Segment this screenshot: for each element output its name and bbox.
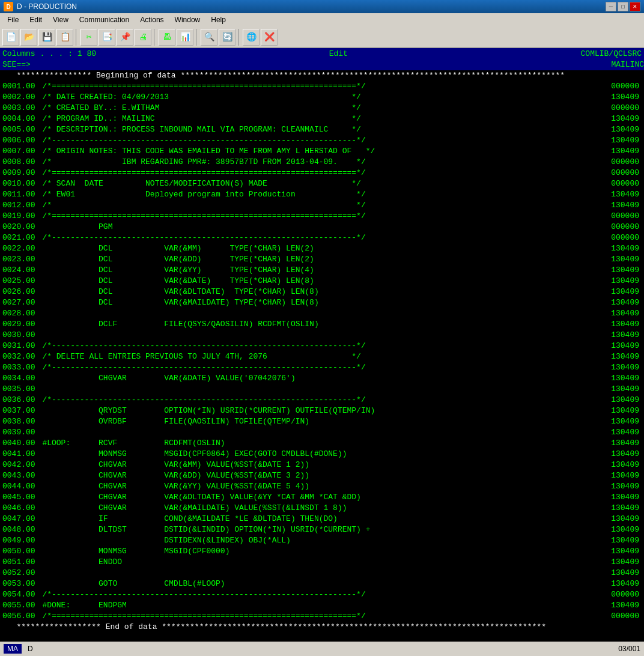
menu-actions[interactable]: Actions	[135, 14, 168, 25]
table-row: 0038.00 OVRDBF FILE(QAOSILIN) TOFILE(QTE…	[2, 416, 642, 427]
title-bar-left: D D - PRODUCTION	[4, 2, 77, 11]
table-row: 0048.00 DLTDST DSTID(&LINDID) OPTION(*IN…	[2, 524, 642, 535]
table-row: 0053.00 GOTO CMDLBL(#LOOP)130409	[2, 579, 642, 589]
table-row: 0005.00 /* DESCRIPTION.: PROCESS INBOUND…	[2, 124, 642, 135]
table-row: 0004.00 /* PROGRAM ID..: MAILINC */13040…	[2, 114, 642, 124]
table-row: 0023.00 DCL VAR(&DD) TYPE(*CHAR) LEN(2)1…	[2, 254, 642, 265]
menu-help[interactable]: Help	[206, 14, 231, 25]
toolbar-sep1	[76, 29, 78, 46]
end-of-data: ****************** End of data *********…	[2, 622, 642, 633]
toolbar-btn3[interactable]: 🖨	[135, 29, 151, 46]
menu-window[interactable]: Window	[170, 14, 205, 25]
copy-button[interactable]: 📑	[99, 29, 115, 46]
table-row: 0021.00 /*------------------------------…	[2, 232, 642, 243]
table-row: 0034.00 CHGVAR VAR(&DATE) VALUE('0704207…	[2, 373, 642, 384]
find-button[interactable]: 🔍	[201, 29, 217, 46]
table-row: 0003.00 /* CREATED BY..: E.WITHAM */0000…	[2, 103, 642, 114]
toolbar-btn5[interactable]: 🔄	[219, 29, 235, 46]
menu-file[interactable]: File	[2, 14, 23, 25]
status-filename: D	[28, 645, 33, 653]
table-row: 0041.00 MONMSG MSGID(CPF0864) EXEC(GOTO …	[2, 449, 642, 460]
table-row: 0029.00 DCLF FILE(QSYS/QAOSILIN) RCDFMT(…	[2, 319, 642, 330]
table-row: 0011.00 /* EW01 Deployed program into Pr…	[2, 189, 642, 200]
table-row: 0027.00 DCL VAR(&MAILDATE) TYPE(*CHAR) L…	[2, 297, 642, 308]
code-area[interactable]: **************** Beginning of data *****…	[0, 70, 644, 642]
table-row: 0010.00 /* SCAN DATE NOTES/MODIFICATION(…	[2, 178, 642, 189]
see-arrow: SEE==>	[2, 59, 31, 70]
table-row: 0019.00 /*==============================…	[2, 211, 642, 222]
table-row: 0055.00 #DONE: ENDPGM130409	[2, 600, 642, 611]
window-frame: D D - PRODUCTION ─ □ ✕ File Edit View Co…	[0, 0, 644, 656]
lib-path: COMLIB/QCLSRC	[581, 49, 642, 58]
table-row: 0020.00 PGM000000	[2, 222, 642, 232]
table-row: 0052.00130409	[2, 568, 642, 579]
window-title: D - PRODUCTION	[17, 2, 77, 11]
table-row: 0043.00 CHGVAR VAR(&DD) VALUE(%SST(&DATE…	[2, 470, 642, 481]
table-row: 0006.00 /*------------------------------…	[2, 135, 642, 146]
table-row: 0032.00 /* DELETE ALL ENTRIES PREVIOUS T…	[2, 351, 642, 362]
table-row: 0037.00 QRYDST OPTION(*IN) USRID(*CURREN…	[2, 405, 642, 416]
minimize-button[interactable]: ─	[606, 2, 616, 11]
table-row: 0035.00130409	[2, 384, 642, 395]
table-row: 0030.00130409	[2, 330, 642, 341]
title-bar: D D - PRODUCTION ─ □ ✕	[0, 0, 644, 13]
table-row: 0046.00 CHGVAR VAR(&MAILDATE) VALUE(%SST…	[2, 503, 642, 514]
clear-button[interactable]: ❌	[261, 29, 278, 46]
table-row: 0039.00130409	[2, 427, 642, 438]
table-row: 0031.00 /*------------------------------…	[2, 341, 642, 351]
table-row: 0045.00 CHGVAR VAR(&DLTDATE) VALUE(&YY *…	[2, 492, 642, 503]
table-row: 0056.00 /*==============================…	[2, 611, 642, 622]
mode-indicator: MA	[4, 644, 22, 654]
table-row: 0044.00 CHGVAR VAR(&YY) VALUE(%SST(&DATE…	[2, 481, 642, 492]
table-row: 0042.00 CHGVAR VAR(&MM) VALUE(%SST(&DATE…	[2, 460, 642, 470]
close-button[interactable]: ✕	[630, 2, 640, 11]
table-row: 0054.00 /*------------------------------…	[2, 589, 642, 600]
table-row: 0008.00 /* IBM REGARDING PMR#: 38957B7TD…	[2, 157, 642, 168]
table-row: 0028.00130409	[2, 308, 642, 319]
table-row: 0002.00 /* DATE CREATED: 04/09/2013 */13…	[2, 92, 642, 103]
table-row: 0051.00 ENDDO130409	[2, 557, 642, 568]
refresh-button[interactable]: 🌐	[243, 29, 260, 46]
menu-edit[interactable]: Edit	[25, 14, 47, 25]
table-row: 0026.00 DCL VAR(&DLTDATE) TYPE(*CHAR) LE…	[2, 287, 642, 297]
file-name: MAILINC	[611, 59, 644, 70]
table-row: 0007.00 /* ORIGIN NOTES: THIS CODE WAS E…	[2, 146, 642, 157]
table-row: 0050.00 MONMSG MSGID(CPF0000)130409	[2, 546, 642, 557]
toolbar-sep3	[196, 29, 198, 46]
status-position: 03/001	[618, 645, 640, 653]
beginning-of-data: **************** Beginning of data *****…	[2, 70, 642, 81]
status-bar: MA D 03/001	[0, 642, 644, 656]
table-row: 0033.00 /*------------------------------…	[2, 362, 642, 373]
paste-button[interactable]: 📌	[117, 29, 133, 46]
title-bar-controls: ─ □ ✕	[606, 2, 640, 11]
table-row: 0025.00 DCL VAR(&DATE) TYPE(*CHAR) LEN(8…	[2, 276, 642, 287]
print-button[interactable]: 🖶	[159, 29, 175, 46]
table-row: 0040.00 #LOOP: RCVF RCDFMT(OSLIN)130409	[2, 438, 642, 449]
table-row: 0009.00 /*==============================…	[2, 168, 642, 178]
status-left: MA D	[4, 644, 33, 654]
toolbar-sep2	[154, 29, 156, 46]
toolbar: 📄 📂 💾 📋 ✂ 📑 📌 🖨 🖶 📊 🔍 🔄 🌐 ❌	[0, 26, 644, 48]
edit-mode: Edit	[329, 49, 348, 58]
menu-bar: File Edit View Communication Actions Win…	[0, 13, 644, 26]
maximize-button[interactable]: □	[618, 2, 628, 11]
menu-view[interactable]: View	[48, 14, 73, 25]
toolbar-sep4	[238, 29, 240, 46]
new-button[interactable]: 📄	[2, 29, 19, 46]
table-row: 0049.00 DSTIDEXN(&LINDEX) OBJ(*ALL)13040…	[2, 535, 642, 546]
columns-info: Columns . . . : 1 80	[2, 49, 96, 58]
table-row: 0036.00 /*------------------------------…	[2, 395, 642, 405]
toolbar-btn2[interactable]: 📋	[56, 29, 73, 46]
toolbar-btn4[interactable]: 📊	[177, 29, 193, 46]
app-icon: D	[4, 2, 13, 11]
save-button[interactable]: 💾	[38, 29, 55, 46]
open-button[interactable]: 📂	[20, 29, 37, 46]
table-row: 0024.00 DCL VAR(&YY) TYPE(*CHAR) LEN(4)1…	[2, 265, 642, 276]
table-row: 0047.00 IF COND(&MAILDATE *LE &DLTDATE) …	[2, 514, 642, 524]
table-row: 0022.00 DCL VAR(&MM) TYPE(*CHAR) LEN(2)1…	[2, 243, 642, 254]
cut-button[interactable]: ✂	[80, 29, 97, 46]
menu-communication[interactable]: Communication	[74, 14, 134, 25]
table-row: 0001.00 /*==============================…	[2, 81, 642, 92]
editor-header: Columns . . . : 1 80 Edit COMLIB/QCLSRC	[0, 48, 644, 59]
table-row: 0012.00 /* */130409	[2, 200, 642, 211]
